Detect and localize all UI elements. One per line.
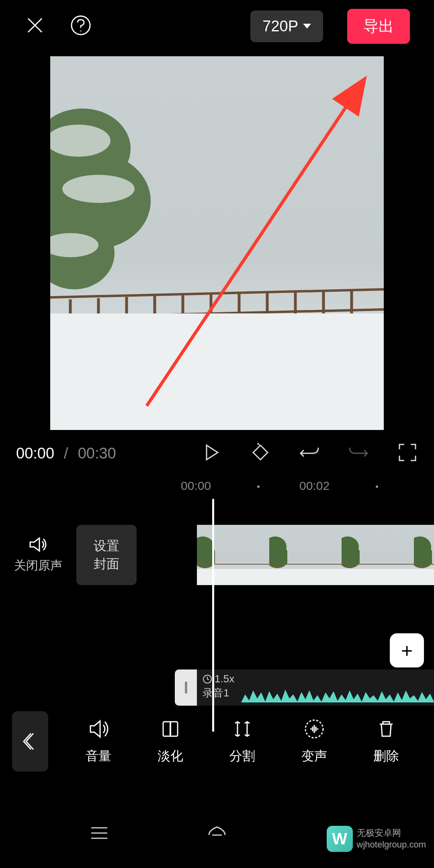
export-button[interactable]: 导出 — [347, 9, 410, 44]
chevron-down-icon — [303, 24, 311, 29]
keyframe-icon[interactable] — [250, 442, 271, 465]
video-track-row: 关闭原声 设置 封面 — [0, 523, 434, 587]
watermark-logo: W — [327, 826, 353, 852]
video-thumbnail[interactable] — [197, 525, 269, 585]
current-time: 00:00 — [16, 445, 54, 462]
cover-label-2: 封面 — [94, 555, 119, 573]
nav-menu-icon[interactable] — [87, 823, 111, 845]
playback-controls: 00:00 / 00:30 — [0, 430, 434, 477]
tool-label: 淡化 — [158, 747, 183, 765]
play-icon[interactable] — [201, 442, 222, 465]
watermark-title: 无极安卓网 — [357, 827, 426, 839]
resolution-button[interactable]: 720P — [250, 10, 323, 42]
svg-line-7 — [50, 289, 384, 297]
close-icon[interactable] — [24, 14, 46, 38]
audio-speed: 1.5x — [203, 673, 428, 685]
tool-label: 音量 — [86, 747, 111, 765]
video-thumbnail[interactable] — [414, 525, 434, 585]
redo-icon[interactable] — [348, 442, 369, 465]
video-thumbnail[interactable] — [269, 525, 342, 585]
back-button[interactable] — [12, 711, 48, 772]
tool-label: 变声 — [301, 747, 327, 765]
tool-label: 删除 — [373, 747, 399, 765]
cover-label-1: 设置 — [94, 537, 119, 555]
watermark: W 无极安卓网 wjhotelgroup.com — [327, 826, 426, 852]
tool-voice[interactable]: 变声 — [301, 718, 327, 765]
tool-label: 分割 — [229, 747, 255, 765]
video-preview[interactable] — [50, 56, 384, 430]
undo-icon[interactable] — [299, 442, 320, 465]
ruler-dot — [257, 485, 260, 488]
nav-home-icon[interactable] — [205, 823, 229, 845]
mute-original-button[interactable]: 关闭原声 — [0, 536, 76, 574]
ruler-time: 00:00 — [181, 479, 211, 493]
bottom-toolbar: 音量 淡化 分割 变声 删除 — [0, 695, 434, 788]
header: 720P 导出 — [0, 0, 434, 52]
video-track[interactable] — [197, 525, 434, 585]
add-clip-button[interactable]: + — [390, 633, 424, 667]
svg-point-5 — [62, 175, 135, 203]
total-time: 00:30 — [78, 445, 116, 462]
preview-scenery-ground — [50, 313, 384, 430]
help-icon[interactable] — [70, 14, 92, 38]
tool-split[interactable]: 分割 — [229, 718, 255, 765]
fullscreen-icon[interactable] — [397, 442, 418, 465]
ruler-time: 00:02 — [299, 479, 330, 493]
set-cover-button[interactable]: 设置 封面 — [76, 525, 137, 585]
tool-fade[interactable]: 淡化 — [158, 718, 183, 765]
ruler-dot — [376, 485, 378, 488]
tool-volume[interactable]: 音量 — [86, 718, 111, 765]
mute-label: 关闭原声 — [14, 557, 62, 574]
watermark-url: wjhotelgroup.com — [357, 839, 426, 851]
video-thumbnail[interactable] — [342, 525, 414, 585]
time-separator: / — [64, 445, 68, 462]
time-ruler: 00:00 00:02 — [0, 477, 434, 499]
tool-delete[interactable]: 删除 — [373, 718, 399, 765]
resolution-label: 720P — [262, 18, 298, 35]
